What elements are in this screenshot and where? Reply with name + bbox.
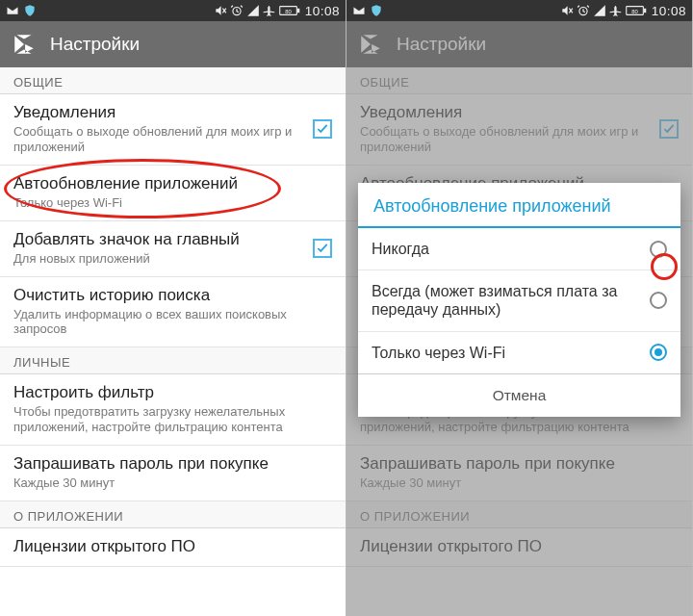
autoupdate-dialog: Автообновление приложений Никогда Всегда… <box>358 183 680 417</box>
appbar: Настройки <box>0 21 346 67</box>
option-label: Только через Wi-Fi <box>372 344 640 362</box>
section-general: ОБЩИЕ <box>0 67 346 94</box>
row-sub: Сообщать о выходе обновлений для моих иг… <box>13 124 303 155</box>
mail-icon <box>352 4 366 17</box>
clock: 10:08 <box>305 4 340 18</box>
phone-right: 80 10:08 Настройки ОБЩИЕ Уведомления Соо… <box>346 0 693 616</box>
section-about: О ПРИЛОЖЕНИИ <box>0 501 346 528</box>
battery-icon: 80 <box>626 4 647 17</box>
row-title: Настроить фильтр <box>13 383 332 402</box>
shield-icon <box>23 4 37 17</box>
statusbar: 80 10:08 <box>346 0 692 21</box>
airplane-icon <box>263 4 276 17</box>
cancel-button[interactable]: Отмена <box>358 374 680 417</box>
row-sub: Только через Wi-Fi <box>13 195 332 211</box>
svg-text:80: 80 <box>631 9 638 14</box>
option-wifi[interactable]: Только через Wi-Fi <box>358 332 680 374</box>
battery-icon: 80 <box>279 4 300 17</box>
option-label: Никогда <box>372 240 640 258</box>
settings-list: ОБЩИЕ Уведомления Сообщать о выходе обно… <box>0 67 346 616</box>
row-sub: Удалить информацию о всех ваших поисковы… <box>13 307 332 338</box>
phone-left: 80 10:08 Настройки ОБЩИЕ Уведомления Соо… <box>0 0 346 616</box>
row-autoupdate[interactable]: Автообновление приложений Только через W… <box>0 166 346 221</box>
radio-icon[interactable] <box>650 292 667 309</box>
row-title: Очистить историю поиска <box>13 286 332 305</box>
checkbox-icon[interactable] <box>313 119 332 139</box>
mail-icon <box>6 4 19 17</box>
section-personal: ЛИЧНЫЕ <box>0 347 346 374</box>
row-add-icon[interactable]: Добавлять значок на главный Для новых пр… <box>0 221 346 277</box>
row-title: Запрашивать пароль при покупке <box>13 454 332 474</box>
statusbar: 80 10:08 <box>0 0 346 21</box>
row-title: Уведомления <box>13 103 303 122</box>
svg-rect-6 <box>644 9 646 13</box>
clock: 10:08 <box>652 4 686 18</box>
signal-icon <box>246 4 260 17</box>
row-licenses[interactable]: Лицензии открытого ПО <box>0 528 346 567</box>
mute-icon <box>560 4 574 17</box>
svg-text:80: 80 <box>285 9 292 14</box>
signal-icon <box>593 4 606 17</box>
row-filter[interactable]: Настроить фильтр Чтобы предотвратить заг… <box>0 374 346 446</box>
option-always[interactable]: Всегда (может взиматься плата за передач… <box>358 270 680 331</box>
row-sub: Чтобы предотвратить загрузку нежелательн… <box>13 404 332 435</box>
appbar-title: Настройки <box>50 34 140 55</box>
dialog-title: Автообновление приложений <box>358 183 680 228</box>
row-sub: Для новых приложений <box>13 251 303 267</box>
row-clear-search[interactable]: Очистить историю поиска Удалить информац… <box>0 277 346 348</box>
row-title: Добавлять значок на главный <box>13 230 303 249</box>
svg-rect-2 <box>297 9 299 13</box>
checkbox-icon[interactable] <box>313 239 332 258</box>
mute-icon <box>214 4 227 17</box>
airplane-icon <box>609 4 623 17</box>
alarm-icon <box>230 4 244 17</box>
row-password[interactable]: Запрашивать пароль при покупке Каждые 30… <box>0 446 346 501</box>
row-notifications[interactable]: Уведомления Сообщать о выходе обновлений… <box>0 94 346 166</box>
row-sub: Каждые 30 минут <box>13 475 332 491</box>
radio-icon[interactable] <box>650 241 667 258</box>
row-title: Автообновление приложений <box>13 174 332 193</box>
shield-icon <box>370 4 383 17</box>
alarm-icon <box>577 4 590 17</box>
play-store-icon[interactable] <box>12 32 37 57</box>
option-never[interactable]: Никогда <box>358 228 680 270</box>
row-title: Лицензии открытого ПО <box>13 537 332 556</box>
radio-icon[interactable] <box>650 344 667 361</box>
option-label: Всегда (может взиматься плата за передач… <box>372 282 640 319</box>
